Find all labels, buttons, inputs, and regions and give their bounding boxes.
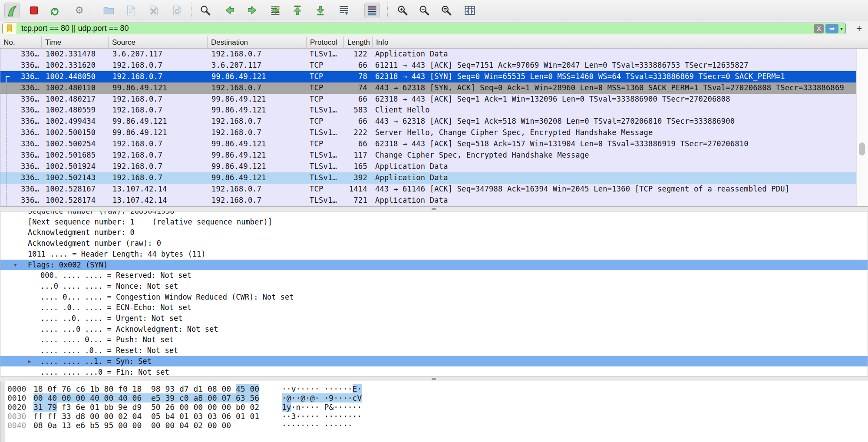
- detail-line[interactable]: [Next sequence number: 1 (relative seque…: [0, 217, 868, 228]
- filter-apply-button[interactable]: ➡: [825, 24, 838, 33]
- hex-row[interactable]: 000018 0f 76 c6 1b 80 f0 18 98 93 d7 d1 …: [0, 384, 868, 393]
- colorize-button[interactable]: [364, 3, 380, 18]
- splitter-list-details[interactable]: [0, 206, 868, 211]
- packet-row[interactable]: 336…1002.501924192.168.0.799.86.49.121TL…: [0, 161, 856, 172]
- filter-bookmark-button[interactable]: [3, 23, 17, 34]
- start-capture-button[interactable]: [4, 3, 20, 18]
- hex-ascii[interactable]: 1y·n···· P&······: [282, 402, 362, 412]
- detail-line[interactable]: .... ..0. .... = Urgent: Not set: [0, 313, 868, 324]
- reload-file-button[interactable]: [169, 3, 185, 18]
- cell-dst: 192.168.0.7: [211, 184, 305, 195]
- hex-row[interactable]: 002031 79 f3 6e 01 bb 9e d9 50 26 00 00 …: [0, 402, 868, 412]
- detail-line[interactable]: ▼Flags: 0x002 (SYN): [0, 260, 868, 270]
- packet-row[interactable]: 336…1002.52817413.107.42.14192.168.0.7TL…: [0, 195, 856, 206]
- packet-row[interactable]: 336…1002.448050192.168.0.799.86.49.121TC…: [0, 71, 856, 82]
- detail-line[interactable]: Acknowledgment number (raw): 0: [0, 238, 868, 249]
- cell-time: 1002.528167: [46, 184, 107, 195]
- packet-row[interactable]: 336…1002.480559192.168.0.799.86.49.121TL…: [0, 105, 856, 116]
- hex-ascii[interactable]: ·@··@·@· ·9····cV: [282, 393, 362, 402]
- display-filter-field[interactable]: X ➡ ▾: [2, 23, 846, 34]
- cell-src: 192.168.0.7: [112, 105, 206, 116]
- filter-add-button[interactable]: +: [856, 24, 862, 33]
- cell-time: 1002.501924: [46, 161, 107, 172]
- detail-line[interactable]: .... .... ...0 = Fin: Not set: [0, 367, 868, 376]
- open-file-button[interactable]: [101, 3, 116, 18]
- go-to-top-button[interactable]: [290, 3, 305, 18]
- go-back-button[interactable]: [222, 3, 238, 18]
- cell-len: 1414: [344, 184, 370, 195]
- packet-row[interactable]: 336…1002.48011099.86.49.121192.168.0.7TC…: [0, 82, 856, 94]
- column-header-info[interactable]: Info: [372, 36, 868, 49]
- column-header-length[interactable]: Length: [343, 36, 372, 49]
- detail-line[interactable]: .... .0.. .... = ECN-Echo: Not set: [0, 302, 868, 313]
- hex-row[interactable]: 001000 40 00 00 40 00 40 06 e5 39 c0 a8 …: [0, 393, 868, 402]
- detail-line[interactable]: .... .... .0.. = Reset: Not set: [0, 345, 868, 356]
- hex-bytes[interactable]: 31 79 f3 6e 01 bb 9e d9 50 26 00 00 00 0…: [33, 402, 259, 412]
- auto-scroll-button[interactable]: [336, 3, 352, 18]
- scrollbar-thumb[interactable]: [859, 142, 865, 155]
- detail-line[interactable]: .... .... 0... = Push: Not set: [0, 334, 868, 345]
- column-header-time[interactable]: Time: [41, 36, 108, 49]
- close-file-button[interactable]: [145, 3, 161, 18]
- go-forward-button[interactable]: [244, 3, 260, 18]
- expander-open-icon[interactable]: ▼: [14, 260, 17, 271]
- cell-info: 443 → 62318 [SYN, ACK] Seq=0 Ack=1 Win=2…: [375, 82, 855, 94]
- packet-row[interactable]: 336…1002.49943499.86.49.121192.168.0.7TC…: [0, 116, 856, 127]
- packet-list-header: No. Time Source Destination Protocol Len…: [0, 36, 868, 49]
- filter-clear-button[interactable]: X: [814, 24, 824, 33]
- column-header-destination[interactable]: Destination: [207, 36, 306, 49]
- hex-bytes[interactable]: 18 0f 76 c6 1b 80 f0 18 98 93 d7 d1 08 0…: [33, 384, 259, 393]
- hex-bytes[interactable]: 08 0a 13 e6 b5 95 00 00 00 00 04 02 00 0…: [33, 421, 231, 430]
- hex-ascii[interactable]: ········ ······: [282, 421, 353, 430]
- packet-row[interactable]: 336…1002.52816713.107.42.14192.168.0.7TC…: [0, 184, 856, 195]
- find-packet-button[interactable]: [198, 3, 213, 18]
- column-header-no[interactable]: No.: [0, 36, 41, 49]
- splitter-details-hex[interactable]: [0, 376, 868, 381]
- packet-row[interactable]: 336…1002.331620192.168.0.73.6.207.117TCP…: [0, 60, 856, 71]
- packet-row[interactable]: 336…1002.480217192.168.0.799.86.49.121TC…: [0, 94, 856, 105]
- detail-line[interactable]: ▶.... .... ..1. = Syn: Set: [0, 356, 868, 367]
- cell-proto: TCP: [310, 116, 343, 127]
- go-to-bottom-button[interactable]: [313, 3, 328, 18]
- hex-ascii[interactable]: ··v····· ······E·: [282, 384, 362, 393]
- detail-line[interactable]: .... 0... .... = Congestion Window Reduc…: [0, 292, 868, 303]
- packet-row[interactable]: 336…1002.3314783.6.207.117192.168.0.7TLS…: [0, 49, 856, 60]
- packet-list-scrollbar[interactable]: [856, 49, 868, 206]
- display-filter-input[interactable]: [17, 23, 814, 33]
- packet-row[interactable]: 336…1002.500254192.168.0.799.86.49.121TC…: [0, 139, 856, 150]
- hex-row[interactable]: 004008 0a 13 e6 b5 95 00 00 00 00 04 02 …: [0, 421, 868, 430]
- cell-time: 1002.499434: [46, 116, 107, 127]
- detail-line[interactable]: .... ...0 .... = Acknowledgment: Not set: [0, 324, 868, 335]
- zoom-out-button[interactable]: [416, 3, 432, 18]
- toolbar-separator: [94, 3, 94, 18]
- cell-dst: 99.86.49.121: [211, 94, 305, 105]
- packet-row[interactable]: 336…1002.50015099.86.49.121192.168.0.7TL…: [0, 127, 856, 139]
- resize-columns-button[interactable]: [462, 3, 478, 18]
- hex-ascii[interactable]: ··3····· ········: [282, 412, 362, 421]
- zoom-reset-button[interactable]: [439, 3, 454, 18]
- restart-capture-button[interactable]: [46, 3, 62, 18]
- detail-line[interactable]: Acknowledgment number: 0: [0, 227, 868, 238]
- capture-options-button[interactable]: ⚙: [71, 3, 87, 18]
- stop-capture-button[interactable]: [26, 3, 41, 18]
- cell-time: 1002.501685: [46, 150, 107, 161]
- expander-closed-icon[interactable]: ▶: [28, 356, 31, 367]
- detail-line[interactable]: 000. .... .... = Reserved: Not set: [0, 270, 868, 281]
- filter-dropdown-caret[interactable]: ▾: [840, 26, 843, 32]
- detail-line[interactable]: 1011 .... = Header Length: 44 bytes (11): [0, 249, 868, 260]
- column-header-protocol[interactable]: Protocol: [306, 36, 343, 49]
- hex-bytes[interactable]: 00 40 00 00 40 00 40 06 e5 39 c0 a8 00 0…: [33, 393, 259, 402]
- hex-row[interactable]: 0030ff ff 33 d8 00 00 02 04 05 b4 01 03 …: [0, 412, 868, 421]
- detail-line[interactable]: Sequence number (raw): 2665041958: [0, 211, 868, 217]
- toolbar-separator: [191, 3, 191, 18]
- zoom-in-button[interactable]: [395, 3, 410, 18]
- go-to-packet-icon: [269, 4, 282, 16]
- column-header-source[interactable]: Source: [108, 36, 207, 49]
- go-to-packet-button[interactable]: [267, 3, 283, 18]
- packet-row[interactable]: 336…1002.501685192.168.0.799.86.49.121TL…: [0, 150, 856, 161]
- packet-row[interactable]: 336…1002.502143192.168.0.799.86.49.121TL…: [0, 172, 856, 184]
- hex-bytes[interactable]: ff ff 33 d8 00 00 02 04 05 b4 01 03 03 0…: [33, 412, 259, 421]
- detail-line[interactable]: ...0 .... .... = Nonce: Not set: [0, 281, 868, 292]
- toolbar-separator: [387, 3, 388, 18]
- save-file-button[interactable]: [123, 3, 139, 18]
